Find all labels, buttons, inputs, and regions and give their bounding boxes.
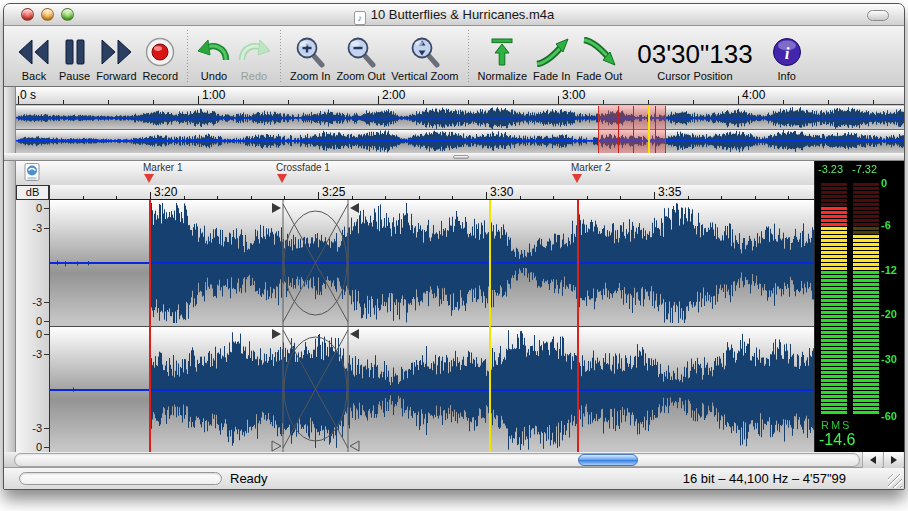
- zoom-in-button[interactable]: Zoom In: [290, 33, 330, 83]
- toolbar-button-label: Undo: [201, 70, 227, 83]
- fast-forward-icon: [97, 33, 135, 70]
- toolbar-button-label: Info: [777, 70, 795, 83]
- cursor-position-value: 03'30"133: [637, 39, 752, 70]
- toolbar-button-label: Fade Out: [576, 70, 622, 83]
- marker-triangle-icon[interactable]: [572, 174, 582, 183]
- db-scale-label: -3: [32, 349, 42, 360]
- marker-strip[interactable]: Marker 1Crossfade 1Marker 2: [16, 161, 814, 185]
- scrollbar-track[interactable]: [14, 453, 860, 467]
- zoom-out-button[interactable]: Zoom Out: [336, 33, 385, 83]
- db-scale-label: -3: [32, 223, 42, 234]
- overview-marker-line: [655, 106, 656, 153]
- ruler-tick: [513, 100, 514, 104]
- audio-file-icon[interactable]: [24, 163, 41, 187]
- window-title-text: 10 Butterflies & Hurricanes.m4a: [371, 7, 555, 22]
- redo-icon: [237, 33, 271, 70]
- db-scale-label: 0: [36, 316, 42, 327]
- overview-marker-line: [618, 106, 619, 153]
- ruler-tick: [288, 100, 289, 104]
- scroll-right-icon: [891, 456, 897, 464]
- record-icon: [143, 33, 177, 70]
- ruler-tick: [198, 96, 199, 104]
- toolbar-button-label: Zoom Out: [336, 70, 385, 83]
- info-button[interactable]: iInfo: [771, 33, 803, 83]
- back-button[interactable]: Back: [15, 33, 53, 83]
- meter-scale-label: -20: [881, 309, 897, 320]
- ruler-tick: [873, 100, 874, 104]
- ruler-tick: [63, 100, 64, 104]
- app-window: 10 Butterflies & Hurricanes.m4a BackPaus…: [3, 3, 905, 490]
- marker-label: Crossfade 1: [276, 162, 330, 173]
- forward-button[interactable]: Forward: [96, 33, 136, 83]
- toolbar-button-label: Vertical Zoom: [391, 70, 458, 83]
- rewind-icon: [15, 33, 53, 70]
- ruler-tick: [603, 100, 604, 104]
- overview-time-ruler[interactable]: 0 s1:002:003:004:00: [16, 87, 905, 105]
- crossfade-overlay[interactable]: [50, 185, 815, 452]
- horizontal-scrollbar: [4, 452, 904, 468]
- toolbar-button-label: Forward: [96, 70, 136, 83]
- db-scale-label: -3: [32, 423, 42, 434]
- ruler-tick: [333, 100, 334, 104]
- pause-button[interactable]: Pause: [59, 33, 90, 83]
- scrollbar-thumb[interactable]: [578, 454, 638, 466]
- normalize-button[interactable]: Normalize: [478, 33, 528, 83]
- ruler-tick: [243, 100, 244, 104]
- zoom-out-icon: [344, 33, 378, 70]
- meter-scale-label: -6: [881, 220, 891, 231]
- marker-triangle-icon[interactable]: [277, 174, 287, 183]
- audio-document-icon: [354, 11, 366, 25]
- status-bar: Ready 16 bit – 44,100 Hz – 4'57"99: [4, 468, 904, 490]
- overview-ruler-label: 2:00: [382, 88, 405, 102]
- status-message: Ready: [230, 471, 268, 486]
- overview-cursor-line: [648, 106, 650, 153]
- main-left-frame: [4, 161, 16, 452]
- toolbar-separator: [280, 30, 281, 82]
- main-edit-area: Marker 1Crossfade 1Marker 2 dB 0-3-300-3…: [4, 161, 904, 452]
- peak-readout-right: -7.32: [852, 163, 877, 175]
- pane-splitter[interactable]: [4, 153, 904, 161]
- marker-label: Marker 2: [571, 162, 610, 173]
- redo-button: Redo: [237, 33, 271, 83]
- overview-waveform[interactable]: [16, 106, 905, 153]
- progress-bar: [19, 472, 222, 485]
- fade-out-button[interactable]: Fade Out: [576, 33, 622, 83]
- overview-ruler-label: 3:00: [562, 88, 585, 102]
- undo-button[interactable]: Undo: [197, 33, 231, 83]
- pause-icon: [62, 33, 88, 70]
- marker-label: Marker 1: [143, 162, 182, 173]
- toolbar-separator: [187, 30, 188, 82]
- toolbar-toggle-button[interactable]: [867, 10, 889, 21]
- window-resize-grip[interactable]: [888, 474, 902, 488]
- splitter-grip[interactable]: [453, 155, 469, 159]
- marker-triangle-icon[interactable]: [144, 174, 154, 183]
- level-meters-panel: -3.23 -7.32 0-6-12-20-30-60 RMS -14.6: [814, 161, 905, 452]
- vertical-zoom-button[interactable]: Vertical Zoom: [391, 33, 458, 83]
- toolbar-button-label: Redo: [241, 70, 267, 83]
- ruler-tick: [18, 96, 19, 104]
- screenshot-stage: 10 Butterflies & Hurricanes.m4a BackPaus…: [0, 0, 908, 511]
- ruler-tick: [693, 100, 694, 104]
- ruler-tick: [783, 100, 784, 104]
- toolbar-button-label: Back: [22, 70, 46, 83]
- ruler-tick: [648, 100, 649, 104]
- toolbar-separator: [468, 30, 469, 82]
- scroll-right-button[interactable]: [883, 452, 903, 468]
- waveform-region: 3:203:253:303:35: [49, 185, 814, 452]
- overview-waveform-canvas[interactable]: [16, 106, 905, 153]
- toolbar-button-label: Pause: [59, 70, 90, 83]
- meter-scale-label: -12: [881, 265, 897, 276]
- record-button[interactable]: Record: [143, 33, 178, 83]
- ruler-tick: [468, 100, 469, 104]
- scroll-left-button[interactable]: [862, 452, 882, 468]
- db-scale-label: 0: [36, 203, 42, 214]
- rms-label: RMS: [821, 419, 851, 431]
- fade-in-icon: [534, 33, 570, 70]
- meter-scale-label: 0: [881, 178, 887, 189]
- overview-marker-line: [633, 106, 634, 153]
- toolbar-button-label: Zoom In: [290, 70, 330, 83]
- cursor-position-label: Cursor Position: [657, 70, 732, 83]
- fade-in-button[interactable]: Fade In: [533, 33, 570, 83]
- meter-scale-label: -60: [881, 411, 897, 422]
- db-scale-label: -3: [32, 297, 42, 308]
